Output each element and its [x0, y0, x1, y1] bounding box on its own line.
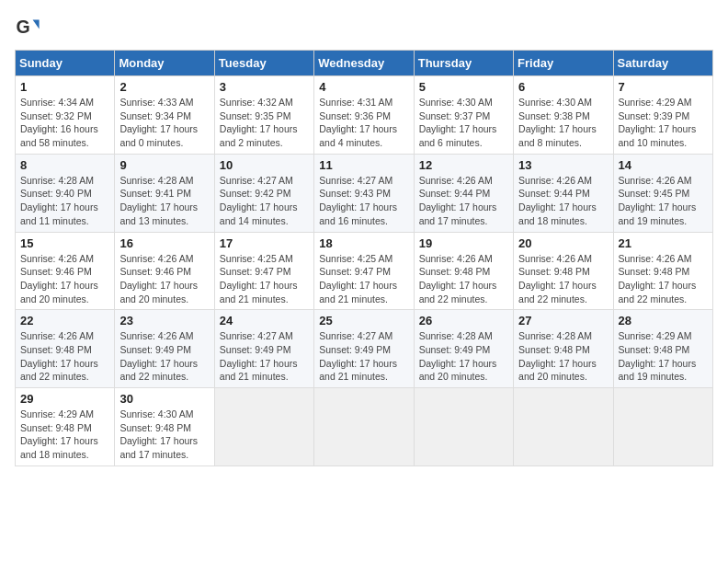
calendar-header-wednesday: Wednesday [314, 51, 414, 76]
day-number: 30 [119, 392, 209, 406]
calendar-cell: 13 Sunrise: 4:26 AM Sunset: 9:44 PM Dayl… [514, 154, 613, 232]
calendar-cell: 29 Sunrise: 4:29 AM Sunset: 9:48 PM Dayl… [16, 388, 115, 466]
day-info: Sunrise: 4:26 AM Sunset: 9:48 PM Dayligh… [518, 252, 608, 306]
day-number: 7 [619, 80, 708, 94]
calendar-cell: 20 Sunrise: 4:26 AM Sunset: 9:48 PM Dayl… [514, 232, 613, 310]
calendar-week-row: 15 Sunrise: 4:26 AM Sunset: 9:46 PM Dayl… [16, 232, 713, 310]
calendar-cell: 19 Sunrise: 4:26 AM Sunset: 9:48 PM Dayl… [414, 232, 513, 310]
calendar-header-monday: Monday [115, 51, 214, 76]
day-info: Sunrise: 4:26 AM Sunset: 9:48 PM Dayligh… [20, 329, 109, 384]
logo: G [15, 15, 44, 40]
day-info: Sunrise: 4:28 AM Sunset: 9:40 PM Dayligh… [20, 174, 109, 228]
calendar-cell: 12 Sunrise: 4:26 AM Sunset: 9:44 PM Dayl… [414, 154, 513, 232]
svg-text:G: G [16, 17, 29, 37]
day-info: Sunrise: 4:29 AM Sunset: 9:48 PM Dayligh… [619, 329, 708, 384]
day-info: Sunrise: 4:30 AM Sunset: 9:48 PM Dayligh… [119, 408, 209, 462]
day-info: Sunrise: 4:26 AM Sunset: 9:46 PM Dayligh… [20, 252, 109, 306]
calendar-header-friday: Friday [514, 51, 613, 76]
day-number: 2 [119, 80, 209, 94]
day-number: 28 [619, 314, 708, 327]
calendar-cell: 25 Sunrise: 4:27 AM Sunset: 9:49 PM Dayl… [314, 310, 414, 388]
day-number: 19 [419, 236, 508, 250]
calendar-week-row: 1 Sunrise: 4:34 AM Sunset: 9:32 PM Dayli… [16, 76, 713, 155]
calendar-cell: 24 Sunrise: 4:27 AM Sunset: 9:49 PM Dayl… [214, 310, 313, 388]
calendar-cell: 28 Sunrise: 4:29 AM Sunset: 9:48 PM Dayl… [613, 310, 712, 388]
calendar-cell: 11 Sunrise: 4:27 AM Sunset: 9:43 PM Dayl… [314, 154, 414, 232]
day-number: 24 [220, 314, 309, 327]
day-info: Sunrise: 4:26 AM Sunset: 9:44 PM Dayligh… [518, 174, 608, 228]
day-number: 23 [119, 314, 209, 327]
day-info: Sunrise: 4:34 AM Sunset: 9:32 PM Dayligh… [20, 96, 109, 150]
day-info: Sunrise: 4:28 AM Sunset: 9:48 PM Dayligh… [518, 329, 608, 384]
calendar-header-tuesday: Tuesday [214, 51, 313, 76]
calendar-cell [314, 388, 414, 466]
calendar-cell: 22 Sunrise: 4:26 AM Sunset: 9:48 PM Dayl… [16, 310, 115, 388]
day-number: 8 [20, 158, 109, 172]
day-info: Sunrise: 4:26 AM Sunset: 9:48 PM Dayligh… [619, 252, 708, 306]
calendar-cell: 21 Sunrise: 4:26 AM Sunset: 9:48 PM Dayl… [613, 232, 712, 310]
calendar-cell: 5 Sunrise: 4:30 AM Sunset: 9:37 PM Dayli… [414, 76, 513, 155]
calendar-cell [414, 388, 513, 466]
calendar-cell: 30 Sunrise: 4:30 AM Sunset: 9:48 PM Dayl… [115, 388, 214, 466]
day-info: Sunrise: 4:33 AM Sunset: 9:34 PM Dayligh… [119, 96, 209, 150]
svg-marker-1 [33, 20, 40, 29]
day-number: 1 [20, 80, 109, 94]
day-info: Sunrise: 4:27 AM Sunset: 9:42 PM Dayligh… [220, 174, 309, 228]
calendar-cell: 10 Sunrise: 4:27 AM Sunset: 9:42 PM Dayl… [214, 154, 313, 232]
day-number: 13 [518, 158, 608, 172]
day-info: Sunrise: 4:32 AM Sunset: 9:35 PM Dayligh… [220, 96, 309, 150]
day-info: Sunrise: 4:28 AM Sunset: 9:41 PM Dayligh… [119, 174, 209, 228]
day-number: 17 [220, 236, 309, 250]
day-number: 10 [220, 158, 309, 172]
calendar-cell: 18 Sunrise: 4:25 AM Sunset: 9:47 PM Dayl… [314, 232, 414, 310]
day-number: 25 [319, 314, 408, 327]
calendar-table: SundayMondayTuesdayWednesdayThursdayFrid… [15, 50, 713, 466]
day-number: 26 [419, 314, 508, 327]
calendar-header-saturday: Saturday [613, 51, 712, 76]
day-info: Sunrise: 4:26 AM Sunset: 9:45 PM Dayligh… [619, 174, 708, 228]
day-info: Sunrise: 4:30 AM Sunset: 9:37 PM Dayligh… [419, 96, 508, 150]
calendar-week-row: 22 Sunrise: 4:26 AM Sunset: 9:48 PM Dayl… [16, 310, 713, 388]
calendar-cell: 27 Sunrise: 4:28 AM Sunset: 9:48 PM Dayl… [514, 310, 613, 388]
day-info: Sunrise: 4:28 AM Sunset: 9:49 PM Dayligh… [419, 329, 508, 384]
calendar-cell: 14 Sunrise: 4:26 AM Sunset: 9:45 PM Dayl… [613, 154, 712, 232]
day-info: Sunrise: 4:25 AM Sunset: 9:47 PM Dayligh… [319, 252, 408, 306]
day-info: Sunrise: 4:29 AM Sunset: 9:48 PM Dayligh… [20, 408, 109, 462]
calendar-cell: 8 Sunrise: 4:28 AM Sunset: 9:40 PM Dayli… [16, 154, 115, 232]
day-info: Sunrise: 4:31 AM Sunset: 9:36 PM Dayligh… [319, 96, 408, 150]
calendar-cell: 3 Sunrise: 4:32 AM Sunset: 9:35 PM Dayli… [214, 76, 313, 155]
day-number: 14 [619, 158, 708, 172]
calendar-cell: 23 Sunrise: 4:26 AM Sunset: 9:49 PM Dayl… [115, 310, 214, 388]
day-number: 22 [20, 314, 109, 327]
day-info: Sunrise: 4:26 AM Sunset: 9:49 PM Dayligh… [119, 329, 209, 384]
calendar-cell: 7 Sunrise: 4:29 AM Sunset: 9:39 PM Dayli… [613, 76, 712, 155]
day-number: 18 [319, 236, 408, 250]
calendar-cell [514, 388, 613, 466]
day-info: Sunrise: 4:26 AM Sunset: 9:44 PM Dayligh… [419, 174, 508, 228]
calendar-cell: 2 Sunrise: 4:33 AM Sunset: 9:34 PM Dayli… [115, 76, 214, 155]
calendar-cell: 26 Sunrise: 4:28 AM Sunset: 9:49 PM Dayl… [414, 310, 513, 388]
page-header: G [15, 15, 713, 40]
day-number: 6 [518, 80, 608, 94]
calendar-cell: 15 Sunrise: 4:26 AM Sunset: 9:46 PM Dayl… [16, 232, 115, 310]
day-info: Sunrise: 4:30 AM Sunset: 9:38 PM Dayligh… [518, 96, 608, 150]
calendar-header-row: SundayMondayTuesdayWednesdayThursdayFrid… [16, 51, 713, 76]
day-number: 29 [20, 392, 109, 406]
logo-icon: G [15, 15, 40, 40]
calendar-cell: 9 Sunrise: 4:28 AM Sunset: 9:41 PM Dayli… [115, 154, 214, 232]
day-number: 9 [119, 158, 209, 172]
day-number: 12 [419, 158, 508, 172]
day-info: Sunrise: 4:29 AM Sunset: 9:39 PM Dayligh… [619, 96, 708, 150]
day-number: 15 [20, 236, 109, 250]
day-info: Sunrise: 4:27 AM Sunset: 9:43 PM Dayligh… [319, 174, 408, 228]
day-number: 27 [518, 314, 608, 327]
day-info: Sunrise: 4:27 AM Sunset: 9:49 PM Dayligh… [319, 329, 408, 384]
day-number: 20 [518, 236, 608, 250]
day-info: Sunrise: 4:27 AM Sunset: 9:49 PM Dayligh… [220, 329, 309, 384]
calendar-week-row: 8 Sunrise: 4:28 AM Sunset: 9:40 PM Dayli… [16, 154, 713, 232]
day-number: 4 [319, 80, 408, 94]
day-info: Sunrise: 4:26 AM Sunset: 9:46 PM Dayligh… [119, 252, 209, 306]
calendar-cell [214, 388, 313, 466]
day-number: 11 [319, 158, 408, 172]
calendar-cell [613, 388, 712, 466]
